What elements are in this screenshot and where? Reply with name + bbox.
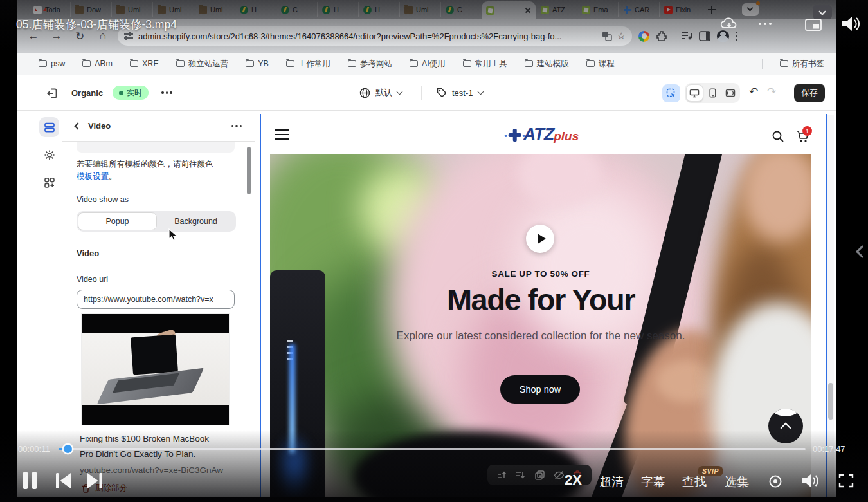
record-target-icon[interactable]: [768, 474, 782, 488]
player-more-icon[interactable]: [759, 23, 772, 25]
video-url-input[interactable]: [77, 290, 235, 309]
browser-tab[interactable]: Umi: [111, 2, 152, 17]
browser-tab[interactable]: Umi: [194, 2, 235, 17]
browser-tab[interactable]: Umi: [152, 2, 194, 17]
player-collapse-button[interactable]: [813, 5, 832, 19]
bookmark-label: psw: [51, 59, 65, 68]
fullscreen-icon[interactable]: [838, 474, 854, 488]
all-bookmarks[interactable]: 所有书签: [780, 59, 824, 70]
back-icon[interactable]: [74, 122, 81, 129]
browser-tab[interactable]: ATZ: [536, 2, 577, 17]
app-embeds-button[interactable]: [39, 172, 59, 192]
profile-avatar[interactable]: [717, 30, 729, 42]
close-tab-icon[interactable]: [525, 7, 531, 14]
browser-tab[interactable]: Ema: [577, 2, 618, 17]
cast-cloud-icon[interactable]: [720, 17, 738, 30]
extensions-icon[interactable]: [656, 30, 667, 42]
browser-tab-active[interactable]: [482, 1, 536, 19]
quality-button[interactable]: 超清: [599, 474, 624, 490]
theme-settings-button[interactable]: [39, 145, 59, 165]
speaker-panel-icon[interactable]: [840, 14, 860, 33]
store-logo[interactable]: ATZ plus: [507, 125, 579, 145]
address-bar[interactable]: admin.shopify.com/store/2d1c68-3/themes/…: [118, 26, 632, 46]
video-play-button[interactable]: [526, 225, 554, 253]
video-thumbnail[interactable]: [81, 313, 230, 425]
bookmarks-bar: psw ARm XRE 独立站运营 YB 工作常用 参考网站 AI使用 常用工具…: [17, 53, 836, 75]
bookmark-folder[interactable]: AI使用: [410, 59, 446, 70]
undo-button[interactable]: ↶: [749, 85, 758, 98]
bookmark-folder[interactable]: psw: [39, 59, 65, 68]
side-list-collapse-icon[interactable]: [855, 243, 864, 260]
bookmark-folder[interactable]: 常用工具: [463, 59, 507, 70]
folder-icon: [404, 6, 413, 14]
popup-option[interactable]: Popup: [78, 212, 157, 230]
sections-tab-button[interactable]: [39, 117, 59, 137]
fullscreen-preview-button[interactable]: [721, 84, 739, 102]
side-panel-icon[interactable]: [699, 31, 710, 41]
mobile-preview-button[interactable]: [704, 84, 721, 102]
pip-icon[interactable]: [805, 19, 822, 31]
preset-selector[interactable]: test-1: [437, 75, 483, 111]
theme-name: Organic: [71, 88, 103, 98]
bookmark-folder[interactable]: 课程: [586, 59, 615, 70]
browser-tab[interactable]: CAR: [618, 2, 659, 17]
search-icon[interactable]: [772, 130, 784, 143]
browser-tab[interactable]: H: [235, 2, 276, 17]
svip-badge: SVIP: [698, 466, 723, 476]
cart-button[interactable]: 1: [796, 130, 811, 144]
save-button[interactable]: 保存: [794, 84, 825, 102]
episodes-button[interactable]: 选集: [725, 474, 749, 490]
desktop-icon: [689, 89, 700, 98]
redo-button[interactable]: ↷: [767, 85, 776, 98]
panel-menu-icon[interactable]: [231, 125, 242, 127]
bookmark-folder[interactable]: XRE: [130, 59, 159, 68]
chrome-colors-icon[interactable]: [638, 31, 649, 42]
chevron-down-icon: [477, 89, 484, 95]
browser-tab[interactable]: Toda: [29, 2, 70, 17]
bookmark-folder[interactable]: 工作常用: [286, 59, 330, 70]
speed-button[interactable]: 2X: [565, 472, 582, 488]
pause-button[interactable]: [23, 472, 41, 492]
exit-editor-button[interactable]: [43, 84, 60, 102]
desktop-preview-button[interactable]: [686, 84, 703, 102]
bookmark-folder[interactable]: 独立站运营: [176, 59, 229, 70]
shop-now-button[interactable]: Shop now: [500, 375, 580, 404]
new-tab-button[interactable]: [705, 3, 718, 16]
reading-list-icon[interactable]: [681, 31, 692, 41]
background-option[interactable]: Background: [157, 212, 235, 230]
tab-label: Dow: [87, 6, 101, 14]
browser-tab[interactable]: H: [317, 2, 358, 17]
locale-selector[interactable]: 默认: [359, 75, 402, 111]
inspect-mode-button[interactable]: [662, 84, 680, 102]
panel-scrollbar[interactable]: [247, 147, 251, 194]
tab-search-chevron[interactable]: [742, 3, 759, 16]
browser-tab[interactable]: C: [440, 2, 482, 17]
browser-tab[interactable]: Dow: [70, 2, 111, 17]
folder-icon: [39, 60, 47, 67]
browser-tab[interactable]: C: [276, 2, 317, 17]
progress-bar-track[interactable]: [59, 448, 806, 450]
browser-tab[interactable]: Fixin: [659, 2, 700, 17]
site-settings-icon[interactable]: [124, 32, 133, 40]
translate-icon[interactable]: [602, 31, 612, 41]
next-button[interactable]: [85, 472, 104, 490]
previous-button[interactable]: [54, 472, 73, 490]
bookmark-folder[interactable]: 建站模版: [525, 59, 569, 70]
theme-options-menu[interactable]: [161, 91, 172, 94]
browser-tab[interactable]: H: [358, 2, 399, 17]
bookmark-folder[interactable]: YB: [246, 59, 269, 68]
bookmark-star-icon[interactable]: ☆: [617, 30, 626, 42]
subtitles-button[interactable]: 字幕: [641, 474, 665, 490]
progress-handle[interactable]: [64, 445, 72, 453]
bookmarks-divider: [762, 59, 763, 69]
chrome-menu-icon[interactable]: [736, 32, 737, 41]
bookmark-folder[interactable]: 参考网站: [348, 59, 392, 70]
preview-scrollbar-thumb[interactable]: [828, 383, 833, 420]
bookmark-folder[interactable]: ARm: [82, 59, 113, 68]
menu-icon[interactable]: [275, 129, 289, 140]
total-time: 00:17:47: [813, 444, 845, 454]
template-settings-link[interactable]: 模板设置: [77, 172, 109, 181]
volume-icon[interactable]: [801, 472, 819, 489]
browser-tab[interactable]: Umi: [399, 2, 440, 17]
site-icon: [281, 6, 289, 14]
